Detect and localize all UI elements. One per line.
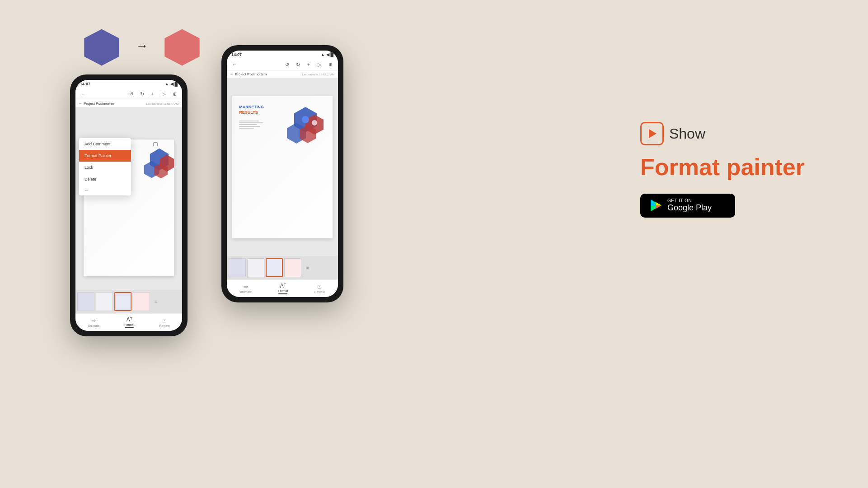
right-thumb-3[interactable]	[266, 258, 283, 277]
left-back-btn[interactable]: ←	[79, 90, 87, 98]
right-thumb-1[interactable]	[229, 258, 246, 277]
menu-lock[interactable]: Lock	[79, 162, 131, 173]
right-slide-area: MARKETING RESULTS	[227, 78, 338, 256]
left-toolbar: ← ↺ ↻ + ▷ ⊕	[75, 88, 182, 100]
right-marketing-title: MARKETING RESULTS	[239, 105, 264, 115]
right-undo-btn[interactable]: ↺	[283, 60, 291, 69]
phone-right-screen: 14:07 ▲ ◀ █ ← ↺ ↻ + ▷ ⊕ ✏ Project Postmo…	[227, 51, 338, 297]
right-slide-main: MARKETING RESULTS	[232, 96, 332, 238]
menu-format-painter[interactable]: Format Painter	[79, 150, 131, 162]
right-play-btn[interactable]: ▷	[315, 60, 324, 69]
left-slide-area: Add Comment Format Painter Lock Delete ←…	[75, 107, 182, 290]
right-status-icons: ▲ ◀ █	[321, 52, 333, 57]
left-thumb-2[interactable]	[96, 292, 113, 311]
right-status-bar: 14:07 ▲ ◀ █	[227, 51, 338, 59]
feature-title: Format painter	[640, 154, 805, 180]
left-hex-cluster	[142, 146, 169, 176]
hex-decoration: →	[81, 27, 202, 62]
get-it-on-label: GET IT ON	[667, 198, 712, 203]
left-share-btn[interactable]: ⊕	[170, 90, 178, 98]
review-icon: ⊡	[162, 317, 167, 324]
left-grid-view[interactable]: ⊞	[152, 298, 160, 305]
hex-right	[162, 27, 202, 62]
animate-icon: ⇒	[91, 317, 96, 324]
left-thumb-3[interactable]	[114, 292, 131, 311]
left-thumbnails-strip: ⊞	[75, 290, 182, 313]
svg-marker-15	[656, 202, 662, 205]
google-play-button[interactable]: GET IT ON Google Play	[640, 194, 735, 218]
format-icon: Aᵀ	[127, 316, 132, 323]
svg-point-11	[312, 120, 317, 125]
right-share-btn[interactable]: ⊕	[326, 60, 334, 69]
left-rotation-handle	[153, 142, 158, 147]
right-time: 14:07	[231, 52, 242, 57]
right-toolbar: ← ↺ ↻ + ▷ ⊕	[227, 59, 338, 71]
phone-left-screen: 14:07 ▲ ◀ █ ← ↺ ↻ + ▷ ⊕ ✏ Project Postmo…	[75, 80, 182, 331]
hex-left	[81, 27, 122, 62]
play-triangle-icon	[649, 129, 657, 138]
svg-marker-1	[164, 29, 199, 66]
google-play-text: GET IT ON Google Play	[667, 198, 712, 213]
show-label: Show	[669, 125, 705, 142]
right-add-btn[interactable]: +	[305, 60, 313, 69]
left-redo-btn[interactable]: ↻	[138, 90, 146, 98]
left-last-saved: Last saved at 12:02:07 AM	[146, 102, 178, 105]
left-thumb-1[interactable]	[77, 292, 94, 311]
svg-marker-16	[656, 205, 662, 209]
right-review-icon: ⊡	[317, 284, 322, 290]
left-nav-animate[interactable]: ⇒ Animate	[88, 317, 100, 327]
menu-back-arrow[interactable]: ←	[79, 185, 131, 195]
right-bottom-nav: ⇒ Animate Aᵀ Format ⊡ Review	[227, 279, 338, 297]
left-bottom-nav: ⇒ Animate Aᵀ Format ⊡ Review	[75, 313, 182, 331]
right-doc-title: Project Postmortem	[235, 72, 267, 76]
left-status-bar: 14:07 ▲ ◀ █	[75, 80, 182, 88]
left-context-menu[interactable]: Add Comment Format Painter Lock Delete ←	[79, 138, 131, 195]
right-thumbnails-strip: ⊞	[227, 256, 338, 279]
right-thumb-2[interactable]	[247, 258, 264, 277]
right-nav-animate[interactable]: ⇒ Animate	[240, 284, 252, 293]
left-doc-title: Project Postmortem	[84, 102, 115, 106]
right-thumb-4[interactable]	[284, 258, 301, 277]
right-nav-format[interactable]: Aᵀ Format	[278, 283, 288, 294]
right-back-btn[interactable]: ←	[230, 60, 239, 69]
google-play-icon	[649, 199, 663, 212]
right-format-icon: Aᵀ	[280, 283, 286, 289]
svg-point-10	[302, 116, 309, 123]
right-text-lines	[239, 121, 264, 130]
left-nav-format[interactable]: Aᵀ Format	[124, 316, 134, 328]
hex-arrow: →	[136, 39, 148, 53]
svg-marker-0	[84, 29, 119, 66]
left-undo-btn[interactable]: ↺	[127, 90, 135, 98]
left-add-btn[interactable]: +	[149, 90, 157, 98]
left-status-icons: ▲ ◀ █	[165, 82, 178, 86]
right-nav-review[interactable]: ⊡ Review	[314, 284, 325, 293]
phone-right: 14:07 ▲ ◀ █ ← ↺ ↻ + ▷ ⊕ ✏ Project Postmo…	[221, 45, 343, 302]
right-slide-content: MARKETING RESULTS	[232, 96, 332, 238]
left-play-btn[interactable]: ▷	[160, 90, 168, 98]
phone-left: 14:07 ▲ ◀ █ ← ↺ ↻ + ▷ ⊕ ✏ Project Postmo…	[70, 74, 188, 336]
play-icon-box	[640, 122, 664, 145]
right-redo-btn[interactable]: ↻	[294, 60, 302, 69]
menu-add-comment[interactable]: Add Comment	[79, 138, 131, 150]
right-doc-title-bar: ✏ Project Postmortem Last saved at 12:02…	[227, 71, 338, 78]
show-badge: Show	[640, 122, 805, 145]
left-thumb-4[interactable]	[133, 292, 150, 311]
promo-section: Show Format painter	[640, 122, 805, 218]
left-nav-review[interactable]: ⊡ Review	[160, 317, 170, 327]
right-last-saved: Last saved at 12:02:07 AM	[302, 73, 334, 76]
right-grid-view[interactable]: ⊞	[304, 264, 311, 271]
right-animate-icon: ⇒	[244, 284, 248, 290]
left-time: 14:07	[80, 82, 90, 86]
right-hex-cluster	[285, 105, 326, 147]
menu-delete[interactable]: Delete	[79, 173, 131, 185]
left-doc-title-bar: ✏ Project Postmortem Last saved at 12:02…	[75, 100, 182, 107]
google-play-store-label: Google Play	[667, 203, 712, 213]
